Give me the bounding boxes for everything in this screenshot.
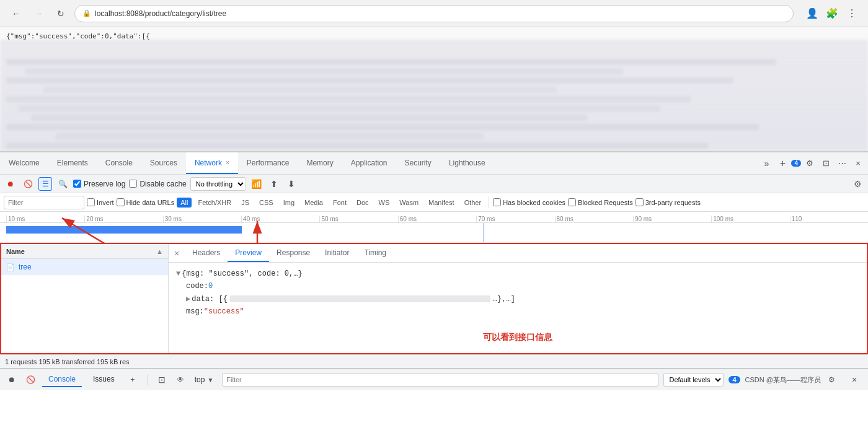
tab-welcome[interactable]: Welcome [0,152,48,174]
json-msg-row: msg : "success" [176,305,859,318]
waterfall-row [0,223,868,243]
json-data-end: …},…] [493,293,515,305]
search-button[interactable]: 🔍 [56,177,69,191]
tick-50ms: 50 ms [319,216,397,222]
preserve-log-checkbox[interactable] [73,180,81,188]
file-row-tree[interactable]: 📄 tree [1,259,168,275]
console-tab-issues[interactable]: Issues [87,372,121,387]
blocked-requests-checkbox[interactable] [568,198,576,206]
console-record-button[interactable]: ⏺ [5,373,19,387]
url-text: localhost:8088/product/category/list/tre… [95,9,226,18]
forward-button[interactable]: → [30,5,47,22]
tab-console[interactable]: Console [97,152,141,174]
filter-ws-button[interactable]: WS [375,198,394,208]
filter-fetchxhr-button[interactable]: Fetch/XHR [194,198,235,208]
console-separator [147,374,148,385]
tick-20ms: 20 ms [84,216,162,222]
console-clear-button[interactable]: 🚫 [24,373,37,387]
devtools-close-button[interactable]: × [851,156,866,171]
filter-js-button[interactable]: JS [237,198,253,208]
invert-text: Invert [97,199,114,206]
preview-tab-timing[interactable]: Timing [356,244,394,262]
filter-css-button[interactable]: CSS [255,198,277,208]
tab-network[interactable]: Network × [186,152,238,174]
console-badge: 4 [728,376,740,383]
tab-memory[interactable]: Memory [298,152,342,174]
invert-checkbox[interactable] [87,198,95,206]
has-blocked-cookies-text: Has blocked cookies [503,199,565,206]
third-party-label[interactable]: 3rd-party requests [636,198,701,206]
filter-toggle-button[interactable]: ☰ [38,177,52,191]
tick-100ms: 100 ms [711,216,789,222]
record-button[interactable]: ⏺ [4,177,17,191]
devtools-settings-button[interactable]: ⚙ [802,156,817,171]
preview-close-button[interactable]: × [169,244,185,262]
tab-network-label: Network [195,159,222,167]
console-tab-console[interactable]: Console [42,372,82,387]
tab-sources[interactable]: Sources [141,152,186,174]
console-bar: ⏺ 🚫 Console Issues + ⊡ 👁 top ▼ Default l… [0,368,868,390]
browser-settings-button[interactable]: ⋮ [843,5,861,22]
expand-data[interactable]: ▶ [186,293,190,305]
level-select[interactable]: Default levels Verbose Info Warnings Err… [663,373,724,387]
hide-data-urls-label[interactable]: Hide data URLs [117,198,175,206]
devtools-dock-button[interactable]: ⊡ [818,156,833,171]
preserve-log-label[interactable]: Preserve log [73,180,125,188]
more-tabs-button[interactable]: » [759,156,774,171]
profile-button[interactable]: 👤 [804,5,821,22]
hide-data-urls-checkbox[interactable] [117,198,125,206]
preview-tab-headers[interactable]: Headers [185,244,228,262]
tab-elements[interactable]: Elements [48,152,97,174]
add-tab-button[interactable]: + [775,156,790,171]
devtools-more-button[interactable]: ⋯ [835,156,849,171]
filter-media-button[interactable]: Media [301,198,327,208]
refresh-button[interactable]: ↻ [52,5,69,22]
console-filter-input[interactable] [222,373,658,387]
filter-manifest-button[interactable]: Manifest [425,198,458,208]
console-settings-button[interactable]: ⚙ [825,373,838,387]
console-dock-button[interactable]: ⊡ [155,373,169,387]
filter-wasm-button[interactable]: Wasm [396,198,422,208]
tick-40ms: 40 ms [241,216,319,222]
tab-performance-label: Performance [247,159,290,167]
add-console-tab-button[interactable]: + [126,373,140,387]
wifi-button[interactable]: 📶 [250,177,264,191]
has-blocked-cookies-checkbox[interactable] [493,198,501,206]
blur-row [25,68,624,74]
preview-tab-initiator[interactable]: Initiator [317,244,356,262]
tab-security[interactable]: Security [396,152,440,174]
filter-img-button[interactable]: Img [280,198,298,208]
clear-log-button[interactable]: 🚫 [21,177,35,191]
json-msg-val: "success" [204,305,244,318]
file-list-header: Name ▲ [1,244,168,259]
disable-cache-label[interactable]: Disable cache [129,180,186,188]
back-button[interactable]: ← [7,5,25,22]
export-button[interactable]: ⬇ [285,177,298,191]
blocked-requests-label[interactable]: Blocked Requests [568,198,633,206]
disable-cache-checkbox[interactable] [129,180,137,188]
network-settings-button[interactable]: ⚙ [851,177,864,191]
console-close-button[interactable]: × [846,371,863,388]
filter-all-button[interactable]: All [177,198,192,208]
filter-sep-1 [489,197,489,208]
console-eye-button[interactable]: 👁 [174,373,187,387]
blur-row [31,115,587,121]
tab-application-label: Application [351,159,388,167]
filter-doc-button[interactable]: Doc [353,198,373,208]
filter-input[interactable] [4,196,84,209]
expand-root[interactable]: ▼ [176,268,180,280]
extensions-button[interactable]: 🧩 [823,5,841,22]
preview-tab-response[interactable]: Response [269,244,317,262]
tab-application[interactable]: Application [342,152,396,174]
has-blocked-cookies-label[interactable]: Has blocked cookies [493,198,565,206]
import-button[interactable]: ⬆ [267,177,281,191]
third-party-checkbox[interactable] [636,198,644,206]
filter-font-button[interactable]: Font [329,198,350,208]
throttle-select[interactable]: No throttling Fast 3G Slow 3G Offline [190,177,246,191]
invert-label[interactable]: Invert [87,198,114,206]
tab-network-close[interactable]: × [226,159,229,166]
preview-tab-preview[interactable]: Preview [228,244,269,262]
filter-other-button[interactable]: Other [461,198,485,208]
tab-performance[interactable]: Performance [238,152,298,174]
tab-lighthouse[interactable]: Lighthouse [440,152,494,174]
